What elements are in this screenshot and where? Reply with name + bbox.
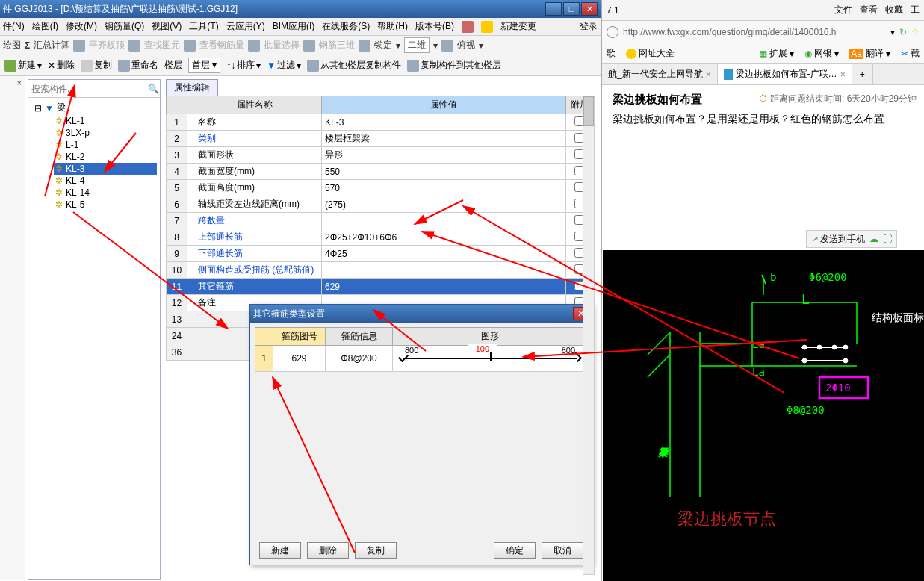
prop-row[interactable]: 10侧面构造或受扭筋 (总配筋值) bbox=[167, 262, 593, 279]
prop-row[interactable]: 9下部通长筋4Φ25 bbox=[167, 246, 593, 262]
dlg-cancel-button[interactable]: 取消 bbox=[542, 542, 583, 559]
svg-point-13 bbox=[832, 345, 837, 349]
menu-online[interactable]: 在线服务(S) bbox=[322, 20, 370, 33]
dim-select[interactable]: 二维 bbox=[404, 37, 430, 53]
br-menu-fav[interactable]: 收藏 bbox=[885, 4, 903, 16]
fav-songs[interactable]: 歌 bbox=[607, 47, 616, 60]
dropdown-icon[interactable]: ▾ bbox=[890, 27, 895, 37]
tb2-copyto[interactable]: 复制构件到其他楼层 bbox=[407, 59, 501, 72]
search-icon[interactable]: 🔍 bbox=[146, 84, 160, 94]
tb2-copyfrom[interactable]: 从其他楼层复制构件 bbox=[307, 59, 401, 72]
menu-edit[interactable]: 修改(M) bbox=[66, 20, 97, 33]
cad-title: 梁边挑板节点 bbox=[678, 508, 776, 530]
send-phone-button[interactable]: ↗发送到手机 bbox=[811, 233, 865, 246]
tb-overlook[interactable]: 俯视 bbox=[457, 39, 475, 52]
browser-tab-0[interactable]: 航_新一代安全上网导航 × bbox=[602, 64, 718, 84]
tb-find[interactable]: 查找图元 bbox=[144, 39, 180, 52]
tb-flatslab[interactable]: 平齐板顶 bbox=[89, 39, 125, 52]
dlg-hdr-shape[interactable]: 图形 bbox=[393, 328, 588, 346]
br-menu-tools[interactable]: 工 bbox=[911, 4, 920, 16]
menu-newchange[interactable]: 新建变更 bbox=[500, 20, 536, 33]
new-tab-button[interactable]: + bbox=[852, 64, 873, 84]
tree-item[interactable]: ✲KL-14 bbox=[54, 187, 157, 199]
prop-row[interactable]: 7跨数量 bbox=[167, 213, 593, 229]
prop-row[interactable]: 8上部通长筋2Φ25+2Φ10+6Φ6 bbox=[167, 229, 593, 246]
cloud-icon[interactable]: ☁ bbox=[869, 234, 878, 244]
tb-lock[interactable]: 锁定 bbox=[374, 39, 392, 52]
dlg-del-button[interactable]: 删除 bbox=[307, 542, 349, 559]
tb2-filter[interactable]: ▼过滤▾ bbox=[267, 59, 301, 72]
menu-draw[interactable]: 绘图(I) bbox=[32, 20, 58, 33]
address-bar[interactable]: http://www.fwxgx.com/question/gimq/detai… bbox=[623, 27, 886, 37]
dlg-hdr-info[interactable]: 箍筋信息 bbox=[326, 328, 393, 346]
fav-sites[interactable]: 网址大全 bbox=[626, 47, 675, 60]
maximize-button[interactable]: □ bbox=[563, 2, 580, 16]
newchange-icon[interactable] bbox=[481, 21, 493, 33]
menu-rebar[interactable]: 钢筋量(Q) bbox=[105, 20, 144, 33]
menu-view[interactable]: 视图(V) bbox=[152, 20, 182, 33]
dlg-shape[interactable]: 800 800 bbox=[396, 347, 584, 370]
prop-row[interactable]: 11其它箍筋629 bbox=[167, 279, 593, 295]
br-menu-view[interactable]: 查看 bbox=[860, 4, 878, 16]
tree-item[interactable]: ✲KL-5 bbox=[54, 199, 157, 211]
menu-cloud[interactable]: 云应用(Y) bbox=[226, 20, 265, 33]
menu-bar: 件(N) 绘图(I) 修改(M) 钢筋量(Q) 视图(V) 工具(T) 云应用(… bbox=[0, 18, 601, 36]
property-tab[interactable]: 属性编辑 bbox=[166, 79, 218, 96]
dlg-info[interactable]: Φ8@200 bbox=[326, 346, 393, 372]
tree-item[interactable]: ✲KL-4 bbox=[54, 175, 157, 187]
ln-close[interactable]: × bbox=[0, 76, 25, 90]
expand-icon[interactable]: ⛶ bbox=[883, 234, 892, 244]
tb-drawing[interactable]: 绘图 bbox=[3, 39, 21, 52]
prop-row[interactable]: 1名称KL-3 bbox=[167, 114, 593, 131]
browser-tab-1[interactable]: 梁边挑板如何布置-广联达服务 × bbox=[718, 64, 852, 84]
dlg-code[interactable]: 629 bbox=[273, 346, 326, 372]
tree-item[interactable]: ✲3LX-p bbox=[54, 127, 157, 139]
tree-item[interactable]: ✲L-1 bbox=[54, 139, 157, 151]
search-input[interactable] bbox=[28, 82, 146, 96]
prop-row[interactable]: 6轴线距梁左边线距离(mm)(275) bbox=[167, 196, 593, 213]
tb2-copy[interactable]: 复制 bbox=[81, 59, 112, 72]
tb2-new[interactable]: 新建▾ bbox=[4, 59, 42, 72]
br-menu-file[interactable]: 文件 bbox=[834, 4, 852, 16]
fav-shot[interactable]: ✂截 bbox=[901, 47, 920, 60]
login-button[interactable]: 登录 bbox=[580, 20, 598, 33]
dlg-copy-button[interactable]: 复制 bbox=[355, 542, 397, 559]
tb2-sort[interactable]: ↑↓排序▾ bbox=[226, 59, 261, 72]
tb-rebar3d[interactable]: 钢筋三维 bbox=[319, 39, 355, 52]
minimize-button[interactable]: — bbox=[545, 2, 562, 16]
shape-mid-input[interactable] bbox=[468, 344, 497, 353]
menu-file[interactable]: 件(N) bbox=[3, 20, 25, 33]
tree-item[interactable]: ✲KL-3 bbox=[54, 163, 157, 175]
prop-row[interactable]: 4截面宽度(mm)550 bbox=[167, 164, 593, 180]
tb-sumcalc[interactable]: 汇总计算 bbox=[34, 39, 69, 52]
prop-row[interactable]: 2类别楼层框架梁 bbox=[167, 131, 593, 147]
menu-help[interactable]: 帮助(H) bbox=[377, 20, 408, 33]
dlg-new-button[interactable]: 新建 bbox=[259, 542, 301, 559]
menu-bim[interactable]: BIM应用(I) bbox=[273, 20, 315, 33]
cad-viewport[interactable]: 梁 b Φ6@200 L 结构板面标 La La 2Φ10 Φ8@200 梁边挑… bbox=[603, 250, 924, 581]
tb2-delete[interactable]: ✕删除 bbox=[48, 59, 75, 72]
fav-ext[interactable]: ▦扩展▾ bbox=[759, 47, 794, 60]
fav-trans[interactable]: Aa翻译▾ bbox=[849, 47, 890, 60]
star-icon[interactable]: ☆ bbox=[911, 27, 920, 37]
property-scrollbar[interactable] bbox=[583, 96, 595, 575]
tb-viewrebar[interactable]: 查看钢筋量 bbox=[199, 39, 244, 52]
prop-row[interactable]: 3截面形状异形 bbox=[167, 147, 593, 164]
menu-version[interactable]: 版本号(B) bbox=[415, 20, 454, 33]
menu-tools[interactable]: 工具(T) bbox=[189, 20, 218, 33]
dlg-ok-button[interactable]: 确定 bbox=[494, 542, 536, 559]
prop-row[interactable]: 5截面高度(mm)570 bbox=[167, 180, 593, 196]
tb2-rename[interactable]: 重命名 bbox=[118, 59, 158, 72]
fav-bank[interactable]: ◉网银▾ bbox=[804, 47, 839, 60]
tree-root-beam[interactable]: ⊟▼梁 bbox=[34, 101, 157, 115]
dialog-title: 其它箍筋类型设置 bbox=[253, 308, 573, 320]
tab-close-icon[interactable]: × bbox=[840, 69, 846, 80]
refresh-icon[interactable]: ↻ bbox=[899, 27, 907, 37]
tree-item[interactable]: ✲KL-1 bbox=[54, 115, 157, 127]
tab-close-icon[interactable]: × bbox=[706, 69, 711, 80]
floor-select[interactable]: 首层 ▾ bbox=[188, 58, 220, 73]
close-button[interactable]: ✕ bbox=[581, 2, 598, 16]
tb-batchsel[interactable]: 批量选择 bbox=[264, 39, 300, 52]
tree-item[interactable]: ✲KL-2 bbox=[54, 151, 157, 163]
dlg-hdr-code[interactable]: 箍筋图号 bbox=[273, 328, 326, 346]
